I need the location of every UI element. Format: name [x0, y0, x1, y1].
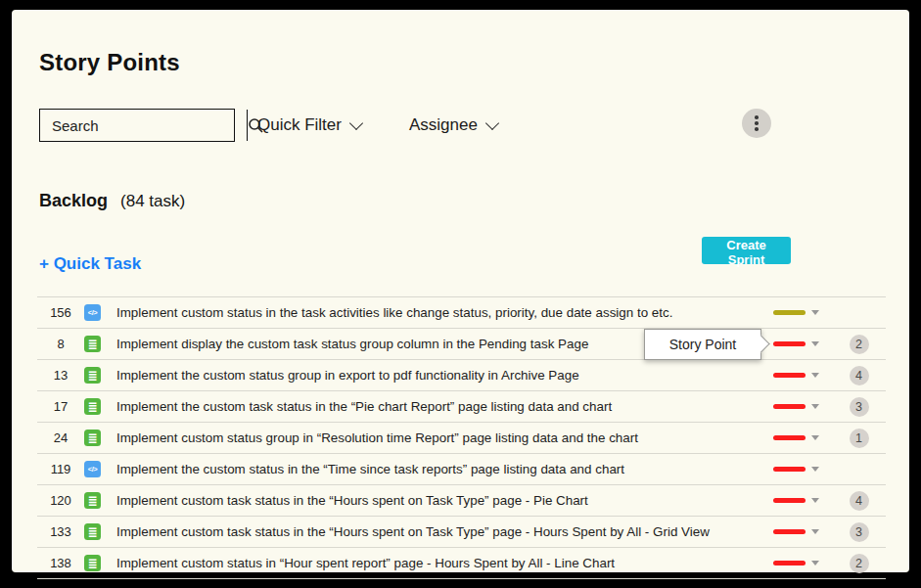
chevron-down-icon — [485, 115, 499, 129]
task-id: 17 — [37, 399, 84, 414]
task-title: Implement custom status in the task acti… — [101, 305, 773, 320]
table-row[interactable]: 156 Implement custom status in the task … — [37, 296, 886, 328]
caret-down-icon — [811, 404, 819, 409]
page-title: Story Points — [39, 49, 180, 76]
task-title: Implement custom task status in the “Hou… — [101, 524, 773, 539]
task-title: Implement custom status group in “Resolu… — [101, 430, 773, 445]
priority-dropdown[interactable] — [773, 435, 832, 440]
task-title: Implement custom status in “Hour spent r… — [101, 556, 773, 570]
priority-dropdown[interactable] — [773, 310, 832, 315]
task-title: Implement the custom status in the “Time… — [101, 462, 773, 476]
code-icon — [84, 304, 101, 321]
story-icon — [84, 523, 101, 540]
table-row[interactable]: 24 Implement custom status group in “Res… — [37, 422, 886, 453]
story-icon — [84, 555, 101, 571]
caret-down-icon — [811, 341, 819, 346]
caret-down-icon — [811, 529, 819, 534]
story-points-badge[interactable]: 3 — [850, 397, 869, 417]
story-points-badge[interactable]: 4 — [850, 491, 869, 511]
story-icon — [84, 430, 101, 446]
story-points-badge[interactable]: 2 — [850, 335, 869, 354]
priority-dash-icon — [773, 498, 806, 503]
table-row[interactable]: 119 Implement the custom status in the “… — [37, 453, 886, 484]
quick-filter-dropdown[interactable]: Quick Filter — [257, 109, 361, 142]
table-row[interactable]: 133 Implement custom task status in the … — [37, 516, 886, 547]
backlog-heading: Backlog (84 task) — [39, 191, 185, 211]
story-points-badge[interactable]: 4 — [850, 366, 869, 385]
task-id: 24 — [37, 430, 84, 445]
story-points-page: Story Points Quick Filter Assignee Backl… — [12, 10, 909, 572]
story-icon — [84, 398, 101, 415]
search-input[interactable] — [40, 110, 247, 141]
table-row[interactable]: 8 Implement display the custom task stat… — [37, 328, 886, 359]
task-id: 138 — [37, 556, 84, 570]
task-title: Implement custom task status in the “Hou… — [101, 493, 773, 508]
priority-dropdown[interactable] — [773, 498, 832, 503]
story-icon — [84, 336, 101, 352]
kebab-menu-icon — [755, 115, 759, 131]
priority-dropdown[interactable] — [773, 404, 832, 409]
task-id: 133 — [37, 524, 84, 539]
task-id: 156 — [37, 305, 84, 320]
priority-dropdown[interactable] — [773, 341, 832, 346]
table-row[interactable]: 17 Implement the custom task status in t… — [37, 390, 886, 422]
tooltip-text: Story Point — [669, 337, 736, 352]
priority-dash-icon — [773, 529, 806, 534]
task-id: 8 — [37, 337, 84, 351]
story-points-badge[interactable]: 3 — [850, 522, 869, 542]
assignee-dropdown[interactable]: Assignee — [409, 109, 497, 142]
story-icon — [84, 492, 101, 509]
quick-task-link[interactable]: + Quick Task — [39, 254, 141, 274]
priority-dropdown[interactable] — [773, 373, 832, 378]
caret-down-icon — [811, 373, 819, 378]
priority-dash-icon — [773, 561, 806, 565]
task-id: 119 — [37, 462, 84, 476]
priority-dash-icon — [773, 435, 806, 440]
caret-down-icon — [811, 561, 819, 565]
story-points-badge[interactable]: 1 — [850, 429, 869, 448]
create-sprint-button[interactable]: Create Sprint — [702, 237, 791, 264]
table-row[interactable]: 120 Implement custom task status in the … — [37, 484, 886, 516]
story-icon — [84, 367, 101, 384]
priority-dash-icon — [773, 341, 806, 346]
priority-dropdown[interactable] — [773, 529, 832, 534]
backlog-title: Backlog — [39, 191, 108, 210]
code-icon — [84, 461, 101, 477]
task-title: Implement the custom status group in exp… — [101, 368, 773, 383]
caret-down-icon — [811, 435, 819, 440]
quick-filter-label: Quick Filter — [257, 115, 342, 135]
task-title: Implement the custom task status in the … — [101, 399, 773, 414]
table-row[interactable]: 13 Implement the custom status group in … — [37, 359, 886, 390]
priority-dash-icon — [773, 404, 806, 409]
assignee-label: Assignee — [409, 115, 478, 135]
search-box — [39, 109, 235, 142]
chevron-down-icon — [349, 115, 363, 129]
backlog-task-table: 156 Implement custom status in the task … — [37, 296, 886, 579]
caret-down-icon — [811, 310, 819, 315]
priority-dash-icon — [773, 310, 806, 315]
priority-dropdown[interactable] — [773, 561, 832, 565]
task-id: 13 — [37, 368, 84, 383]
story-point-tooltip: Story Point — [644, 329, 761, 360]
priority-dropdown[interactable] — [773, 467, 832, 472]
backlog-task-count: (84 task) — [120, 192, 185, 210]
task-id: 120 — [37, 493, 84, 508]
table-row[interactable]: 138 Implement custom status in “Hour spe… — [37, 547, 886, 578]
story-points-badge[interactable]: 2 — [850, 554, 869, 573]
priority-dash-icon — [773, 373, 806, 378]
caret-down-icon — [811, 498, 819, 503]
priority-dash-icon — [773, 467, 806, 472]
caret-down-icon — [811, 467, 819, 472]
more-options-button[interactable] — [742, 109, 771, 138]
